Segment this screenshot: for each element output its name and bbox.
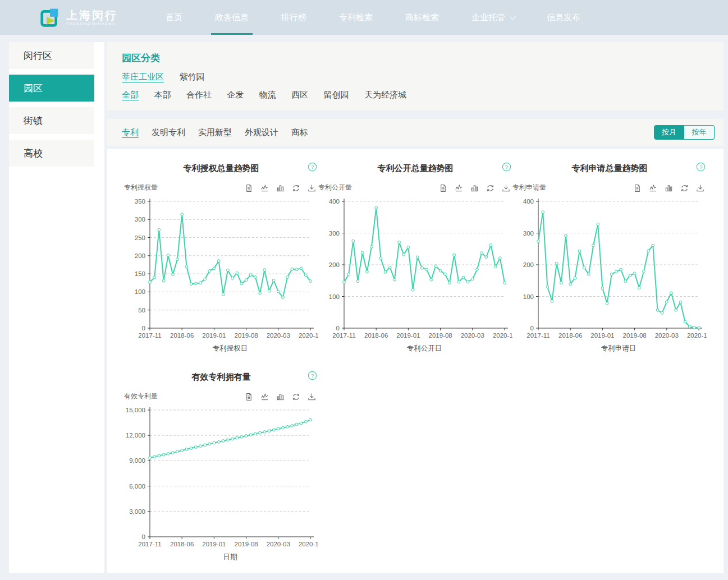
download-icon[interactable] (308, 184, 316, 192)
zone-link-liuchuangyuan[interactable]: 留创园 (324, 90, 349, 99)
svg-text:0: 0 (530, 325, 534, 332)
y-axis-name: 专利授权量 (124, 183, 158, 192)
svg-text:2020-03: 2020-03 (267, 541, 290, 547)
by-year-button[interactable]: 按年 (684, 125, 715, 140)
svg-text:400: 400 (523, 198, 534, 205)
tab-trademark[interactable]: 商标 (291, 127, 308, 138)
tab-invention-patent[interactable]: 发明专利 (152, 127, 185, 138)
chart-toolbox (439, 184, 510, 192)
svg-text:2019-01: 2019-01 (202, 541, 226, 547)
svg-text:12,000: 12,000 (126, 432, 145, 439)
restore-icon[interactable] (292, 393, 300, 401)
sidebar: 闵行区 园区 街镇 高校 (9, 42, 104, 573)
sidebar-item-streets[interactable]: 街镇 (9, 107, 94, 134)
svg-text:2020-10: 2020-10 (299, 332, 318, 339)
nav-item-home[interactable]: 首页 (149, 0, 199, 35)
svg-text:2019-08: 2019-08 (234, 332, 258, 339)
help-icon[interactable]: ? (502, 162, 511, 174)
chart-toolbox (245, 184, 316, 192)
y-axis-name: 专利申请量 (512, 183, 546, 192)
nav-item-enterprise-hosting[interactable]: 企业托管 (455, 0, 530, 35)
svg-text:2017-11: 2017-11 (332, 332, 355, 339)
trend-line-plot[interactable]: 03,0006,0009,00012,00015,0002017-112018-… (124, 402, 318, 566)
sidebar-item-universities[interactable]: 高校 (9, 140, 94, 167)
restore-icon[interactable] (680, 184, 689, 192)
tab-design[interactable]: 外观设计 (245, 127, 278, 138)
brand-logo[interactable]: 上海闵行 SHANGHAIMINHANG (39, 7, 118, 28)
bar-chart-icon[interactable] (276, 393, 285, 401)
line-chart-icon[interactable] (260, 393, 269, 401)
svg-text:300: 300 (329, 230, 340, 237)
data-view-icon[interactable] (439, 184, 447, 192)
data-view-icon[interactable] (245, 184, 253, 192)
chart-card-publication-trend: 专利公开总量趋势图 ? 专利公开量 (318, 163, 512, 360)
trend-line-plot[interactable]: 0501001502002503003502017-112018-062019-… (124, 194, 318, 357)
trend-line-plot[interactable]: 01002003004002017-112018-062019-012019-0… (512, 194, 707, 357)
help-icon[interactable]: ? (308, 162, 317, 174)
sidebar-item-parks[interactable]: 园区 (9, 75, 94, 102)
nav-item-ranking[interactable]: 排行榜 (265, 0, 323, 35)
zone-link-logistics[interactable]: 物流 (259, 90, 276, 99)
tab-patent[interactable]: 专利 (122, 127, 139, 138)
nav-item-gov-info[interactable]: 政务信息 (199, 0, 265, 35)
tab-utility-model[interactable]: 实用新型 (198, 127, 232, 138)
svg-text:?: ? (699, 164, 702, 170)
zone-link-headquarter[interactable]: 本部 (154, 90, 171, 99)
park-filter-panel: 园区分类 莘庄工业区 紫竹园 全部 本部 合作社 企发 物流 西区 留创园 天为… (107, 42, 724, 111)
svg-text:300: 300 (523, 230, 534, 237)
svg-text:350: 350 (135, 198, 145, 205)
svg-text:?: ? (311, 164, 314, 170)
zone-link-cooperative[interactable]: 合作社 (186, 90, 212, 99)
page-layout: 闵行区 园区 街镇 高校 园区分类 莘庄工业区 紫竹园 全部 本部 合作社 企发… (0, 35, 728, 573)
svg-text:100: 100 (523, 293, 534, 300)
bar-chart-icon[interactable] (276, 184, 285, 192)
svg-text:2018-06: 2018-06 (558, 332, 582, 339)
brand-title: 上海闵行 (66, 10, 118, 21)
svg-text:2020-10: 2020-10 (687, 332, 707, 339)
svg-text:日期: 日期 (223, 553, 237, 561)
nav-item-label: 排行榜 (281, 12, 306, 23)
zone-link-tianwei[interactable]: 天为经济城 (364, 90, 406, 99)
restore-icon[interactable] (486, 184, 495, 192)
svg-text:2020-10: 2020-10 (299, 541, 318, 547)
svg-text:15,000: 15,000 (126, 407, 145, 413)
trend-line-plot[interactable]: 01002003004002017-112018-062019-012019-0… (318, 194, 512, 357)
nav-item-trademark-search[interactable]: 商标检索 (389, 0, 455, 35)
download-icon[interactable] (308, 393, 316, 401)
line-chart-icon[interactable] (455, 184, 463, 192)
park-link-xinzhuang[interactable]: 莘庄工业区 (122, 72, 164, 81)
svg-text:0: 0 (336, 325, 340, 332)
download-icon[interactable] (502, 184, 510, 192)
chart-toolbox (245, 393, 316, 401)
svg-text:2018-06: 2018-06 (364, 332, 388, 339)
by-month-button[interactable]: 按月 (654, 125, 684, 140)
nav-item-patent-search[interactable]: 专利检索 (323, 0, 389, 35)
help-icon[interactable]: ? (308, 371, 317, 383)
svg-text:专利申请日: 专利申请日 (601, 344, 637, 352)
y-axis-name: 有效专利量 (124, 392, 158, 401)
help-icon[interactable]: ? (696, 162, 706, 174)
svg-text:2020-03: 2020-03 (461, 332, 484, 339)
nav-item-info-publish[interactable]: 信息发布 (530, 0, 597, 35)
zone-link-west[interactable]: 西区 (291, 90, 308, 99)
zone-link-all[interactable]: 全部 (122, 90, 139, 99)
bar-chart-icon[interactable] (665, 184, 673, 192)
svg-text:2020-10: 2020-10 (493, 332, 512, 339)
zone-link-qifa[interactable]: 企发 (227, 90, 244, 99)
data-view-icon[interactable] (633, 184, 642, 192)
bar-chart-icon[interactable] (470, 184, 479, 192)
data-view-icon[interactable] (245, 393, 253, 401)
svg-text:2018-06: 2018-06 (170, 541, 194, 547)
line-chart-icon[interactable] (260, 184, 269, 192)
sidebar-item-minhang-district[interactable]: 闵行区 (9, 42, 94, 69)
svg-text:2020-03: 2020-03 (655, 332, 679, 339)
svg-text:2017-11: 2017-11 (138, 541, 161, 547)
svg-text:2019-01: 2019-01 (202, 332, 226, 339)
download-icon[interactable] (696, 184, 704, 192)
brand-logo-icon (39, 7, 61, 28)
line-chart-icon[interactable] (649, 184, 657, 192)
restore-icon[interactable] (292, 184, 300, 192)
main-content: 园区分类 莘庄工业区 紫竹园 全部 本部 合作社 企发 物流 西区 留创园 天为… (107, 42, 724, 573)
park-link-zizhu[interactable]: 紫竹园 (179, 72, 204, 81)
svg-text:6,000: 6,000 (129, 482, 145, 489)
